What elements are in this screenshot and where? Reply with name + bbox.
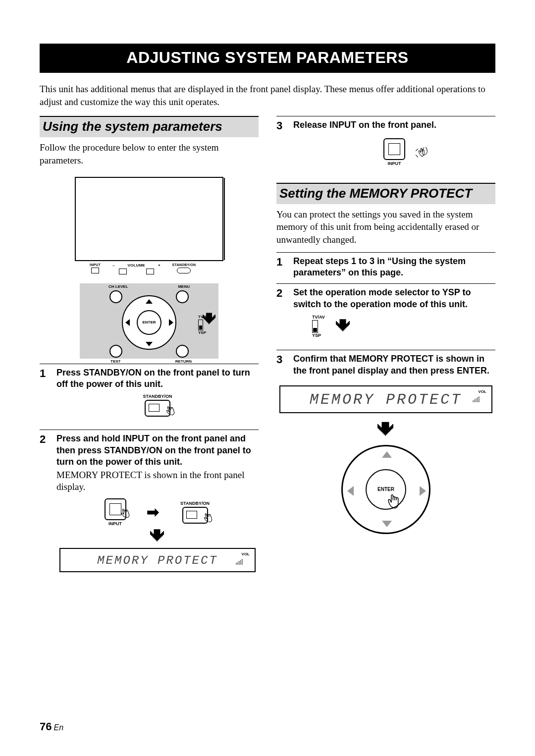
press-hand-icon	[384, 490, 407, 515]
left-column: Using the system parameters Follow the p…	[40, 116, 259, 584]
remote-label-chlevel: CH LEVEL	[108, 284, 128, 289]
lcd-text: MEMORY PROTECT	[287, 391, 484, 408]
standby-label: STANDBY/ON	[168, 501, 222, 506]
step-number: 2	[40, 433, 50, 579]
lcd-display: VOL MEMORY PROTECT	[59, 548, 256, 572]
standby-label: STANDBY/ON	[130, 394, 185, 399]
step-number: 3	[276, 119, 286, 177]
remote-label-return: RETURN	[175, 359, 192, 364]
lcd-display-big: VOL MEMORY PROTECT	[279, 385, 492, 413]
step-number: 2	[276, 287, 286, 345]
step-text: Repeat steps 1 to 3 in “Using the system…	[293, 256, 495, 279]
remote-label-enter: ENTER	[142, 320, 156, 324]
front-panel-illustration: INPUT –VOLUME+ STANDBY/ON	[75, 177, 223, 274]
right-step-3-release: 3 Release INPUT on the front panel. INPU…	[276, 116, 495, 177]
left-lead: Follow the procedure below to enter the …	[40, 141, 259, 166]
lcd-vol-label: VOL	[242, 552, 250, 556]
left-step-2: 2 Press and hold INPUT on the front pane…	[40, 430, 259, 579]
panel-label-standby: STANDBY/ON	[172, 263, 196, 267]
right-step-3: 3 Confirm that MEMORY PROTECT is shown i…	[276, 350, 495, 377]
page-number-value: 76	[40, 720, 52, 733]
step-number: 3	[276, 353, 286, 377]
remote-label-test: TEST	[110, 359, 120, 364]
step-text: Release INPUT on the front panel.	[293, 119, 495, 131]
step-text: Press and hold INPUT on the front panel …	[56, 433, 259, 468]
page-title: ADJUSTING SYSTEM PARAMETERS	[40, 44, 495, 73]
two-button-diagram: INPUT ➡ STANDBY/ON	[56, 498, 259, 526]
enter-dpad-diagram: ENTER	[336, 442, 435, 537]
release-hand-icon	[413, 144, 429, 163]
right-lead: You can protect the settings you saved i…	[276, 208, 495, 246]
input-release-diagram: INPUT	[372, 138, 417, 166]
input-label: INPUT	[372, 161, 417, 166]
section-using-params: Using the system parameters	[40, 116, 259, 137]
remote-illustration: CH LEVEL MENU ENTER TEST RETURN TV/AV YS…	[80, 283, 218, 359]
down-arrow-icon: 🢃	[276, 420, 495, 439]
down-arrow-icon: 🢃	[56, 528, 259, 545]
section-memory-protect: Setting the MEMORY PROTECT	[276, 183, 495, 204]
page-lang: En	[54, 723, 63, 732]
intro-text: This unit has additional menus that are …	[40, 83, 495, 108]
lcd-vol-label: VOL	[479, 389, 486, 394]
right-step-1: 1 Repeat steps 1 to 3 in “Using the syst…	[276, 253, 495, 279]
step-number: 1	[40, 367, 50, 425]
right-step-2: 2 Set the operation mode selector to YSP…	[276, 284, 495, 345]
step-number: 1	[276, 256, 286, 279]
step-text: Set the operation mode selector to YSP t…	[293, 287, 495, 310]
remote-label-menu: MENU	[178, 284, 190, 289]
right-column: 3 Release INPUT on the front panel. INPU…	[276, 116, 495, 584]
step-subtext: MEMORY PROTECT is shown in the front pan…	[56, 469, 259, 493]
step-text: Confirm that MEMORY PROTECT is shown in …	[293, 353, 495, 377]
down-arrow-icon: 🢃	[336, 318, 351, 335]
left-step-1: 1 Press STANDBY/ON on the front panel to…	[40, 364, 259, 425]
standby-button-diagram: STANDBY/ON	[130, 394, 185, 417]
down-arrow-icon: 🢃	[203, 311, 216, 327]
page-number: 76En	[40, 720, 63, 733]
lcd-text: MEMORY PROTECT	[67, 554, 248, 567]
right-arrow-icon: ➡	[147, 503, 159, 521]
remote-label-ysp: YSP	[198, 331, 210, 335]
panel-label-input: INPUT	[90, 263, 101, 267]
panel-label-volume: VOLUME	[127, 263, 145, 268]
step-text: Press STANDBY/ON on the front panel to t…	[56, 367, 259, 390]
mode-switch-diagram: TV/AV YSP 🢃	[312, 315, 357, 338]
